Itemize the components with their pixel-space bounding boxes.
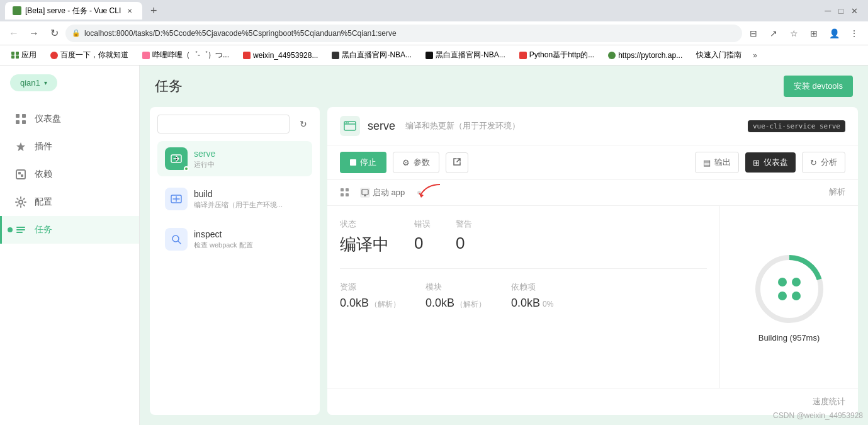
nba1-icon <box>332 52 339 59</box>
stat-errors-label: 错误 <box>414 218 431 230</box>
task-item-inspect[interactable]: inspect 检查 webpack 配置 <box>157 222 312 257</box>
window-minimize-button[interactable]: ─ <box>825 6 831 16</box>
profile-icon[interactable]: 👤 <box>825 25 843 42</box>
stat-modules-value: 0.0kB <box>426 297 454 310</box>
stat-status-value: 编译中 <box>340 234 389 256</box>
bookmark-icon[interactable]: ☆ <box>785 25 803 42</box>
sidebar-item-plugins[interactable]: 插件 <box>0 133 139 161</box>
speed-label: 速度统计 <box>813 396 845 407</box>
project-selector-button[interactable]: qian1 ▾ <box>10 74 57 91</box>
stats-row-2: 资源 0.0kB （解析） 模块 0.0kB <box>340 281 707 310</box>
task-item-serve[interactable]: serve 运行中 <box>157 141 312 176</box>
bookmark-nba2-label: 黑白直播官网-NBA... <box>436 50 505 60</box>
bookmark-bilibili-label: 哔哩哔哩（゜-゜）つ... <box>152 50 229 60</box>
launch-app-label: 启动 app <box>373 187 405 198</box>
chevron-down-icon: ▾ <box>44 79 47 86</box>
bookmark-nba2[interactable]: 黑白直播官网-NBA... <box>420 47 510 63</box>
task-inspect-icon <box>165 228 188 251</box>
extension-icon[interactable]: ⊞ <box>805 25 823 42</box>
bookmark-apps[interactable]: 应用 <box>6 47 42 63</box>
task-inspect-info: inspect 检查 webpack 配置 <box>194 229 305 250</box>
stat-deps: 依赖项 0.0kB 0% <box>511 281 553 310</box>
bookmark-quickstart[interactable]: 快速入门指南 <box>691 47 747 63</box>
task-list: ↻ serve 运行中 <box>150 107 320 415</box>
main-content: 任务 安装 devtools ↻ <box>140 65 868 425</box>
apps-grid-icon <box>11 52 19 59</box>
active-tab[interactable]: [Beta] serve - 任务 - Vue CLI ✕ <box>5 2 142 20</box>
refresh-button[interactable]: ↻ <box>295 115 312 133</box>
circle-chart-container <box>752 251 827 327</box>
dashboard-button[interactable]: ⊞ 仪表盘 <box>745 152 796 173</box>
bookmark-python[interactable]: Python基于http的... <box>514 47 599 63</box>
stop-button[interactable]: 停止 <box>340 152 386 173</box>
task-serve-desc: 运行中 <box>194 160 305 169</box>
dot-4 <box>792 292 801 300</box>
address-bar[interactable]: 🔒 localhost:8000/tasks/D:%5Ccode%5Cjavac… <box>65 25 742 42</box>
sidebar: qian1 ▾ 仪表盘 插件 <box>0 65 140 425</box>
nba2-icon <box>426 52 433 59</box>
bookmark-bilibili[interactable]: 哔哩哔哩（゜-゜）つ... <box>137 47 234 63</box>
back-button[interactable]: ← <box>5 25 23 42</box>
tasks-icon <box>14 224 27 236</box>
stat-modules-sub: （解析） <box>456 299 486 310</box>
sub-nav-grid <box>340 181 350 204</box>
browser-toolbar: ← → ↻ 🔒 localhost:8000/tasks/D:%5Ccode%5… <box>0 21 868 45</box>
svg-point-17 <box>346 122 347 123</box>
tab-close-button[interactable]: ✕ <box>125 6 135 16</box>
sidebar-navigation: 仪表盘 插件 依赖 配 <box>0 100 139 425</box>
install-devtools-button[interactable]: 安装 devtools <box>784 76 853 97</box>
bookmark-python-label: Python基于http的... <box>529 50 594 60</box>
task-item-build[interactable]: build 编译并压缩（用于生产环境... <box>157 181 312 217</box>
sidebar-item-tasks-label: 任务 <box>35 224 52 235</box>
launch-app-button[interactable]: 启动 app <box>360 187 405 198</box>
sidebar-project: qian1 ▾ <box>0 65 139 100</box>
dependencies-icon <box>14 168 27 181</box>
stat-warnings: 警告 0 <box>456 218 472 256</box>
menu-icon[interactable]: ⋮ <box>845 25 863 42</box>
sub-nav-analyze[interactable]: 解析 <box>829 180 845 205</box>
sidebar-item-config[interactable]: 配置 <box>0 188 139 216</box>
open-button[interactable] <box>446 152 468 173</box>
bookmark-pytorch-label: https://pytorch.ap... <box>618 51 682 60</box>
sidebar-item-config-label: 配置 <box>35 196 52 208</box>
new-tab-button[interactable]: + <box>145 2 162 20</box>
svg-rect-21 <box>341 193 344 196</box>
bookmark-weixin-label: weixin_44953928... <box>253 51 318 60</box>
analyze-button[interactable]: ↻ 分析 <box>802 152 845 173</box>
output-button[interactable]: ▤ 输出 <box>695 152 739 173</box>
sub-nav-analyze-label: 解析 <box>829 186 845 198</box>
baidu-icon <box>50 52 58 59</box>
svg-line-14 <box>178 241 181 244</box>
params-button[interactable]: ⚙ 参数 <box>393 152 439 173</box>
window-close-button[interactable]: ✕ <box>851 6 858 16</box>
stat-status: 状态 编译中 <box>340 218 389 256</box>
translate-icon[interactable]: ⊟ <box>745 25 762 42</box>
bookmark-apps-label: 应用 <box>21 50 37 60</box>
stat-assets: 资源 0.0kB （解析） <box>340 281 400 310</box>
search-input[interactable] <box>157 115 290 133</box>
title-bar: [Beta] serve - 任务 - Vue CLI ✕ + ─ □ ✕ <box>0 0 868 21</box>
sidebar-item-tasks[interactable]: 任务 <box>0 216 139 244</box>
task-build-desc: 编译并压缩（用于生产环境... <box>194 200 305 210</box>
monitor-icon <box>360 188 370 198</box>
task-build-name: build <box>194 189 305 199</box>
bookmark-quickstart-label: 快速入门指南 <box>696 50 741 60</box>
forward-button[interactable]: → <box>25 25 43 42</box>
bookmarks-more-button[interactable]: » <box>753 51 757 60</box>
task-actions: 停止 ⚙ 参数 ▤ 输出 <box>327 145 858 180</box>
task-serve-icon <box>165 147 188 170</box>
config-icon <box>14 196 27 208</box>
reload-button[interactable]: ↻ <box>45 25 63 42</box>
bookmark-nba1[interactable]: 黑白直播官网-NBA... <box>327 47 417 63</box>
bookmark-baidu[interactable]: 百度一下，你就知道 <box>45 47 133 63</box>
stats-container: 状态 编译中 错误 0 警告 0 <box>327 206 858 388</box>
share-icon[interactable]: ↗ <box>765 25 782 42</box>
sidebar-item-dependencies[interactable]: 依赖 <box>0 161 139 188</box>
bookmark-weixin[interactable]: weixin_44953928... <box>238 48 323 62</box>
bookmark-pytorch[interactable]: https://pytorch.ap... <box>603 48 687 62</box>
sidebar-item-dashboard[interactable]: 仪表盘 <box>0 105 139 133</box>
page-title: 任务 <box>155 77 183 96</box>
stat-assets-value: 0.0kB <box>340 297 369 310</box>
browser-frame: [Beta] serve - 任务 - Vue CLI ✕ + ─ □ ✕ ← … <box>0 0 868 425</box>
window-maximize-button[interactable]: □ <box>838 6 843 16</box>
